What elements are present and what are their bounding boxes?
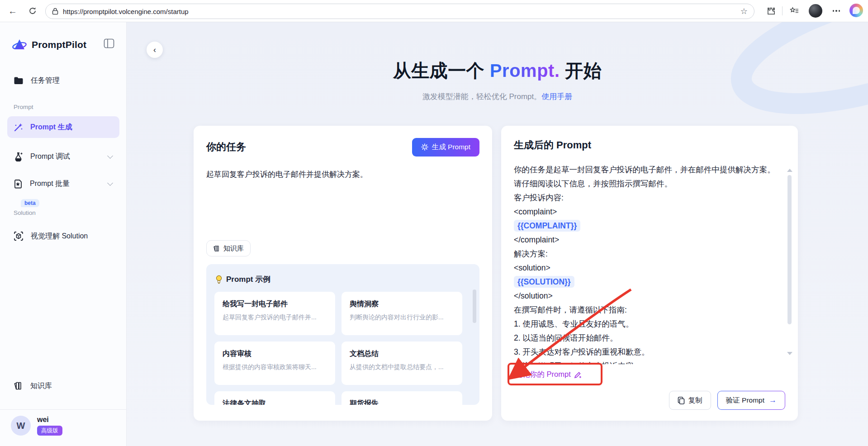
document-star-icon bbox=[14, 179, 23, 189]
favorites-bar-icon[interactable] bbox=[788, 5, 801, 17]
prompt-example-card[interactable]: 法律条文抽取 bbox=[214, 391, 335, 405]
prompt-example-card[interactable]: 内容审核根据提供的内容审核政策将聊天... bbox=[214, 342, 335, 385]
optimize-prompt-link[interactable]: 优化你的 Prompt bbox=[515, 370, 582, 380]
example-description: 根据提供的内容审核政策将聊天... bbox=[223, 363, 327, 371]
sidebar-item-label: Prompt 生成 bbox=[30, 123, 72, 132]
user-profile[interactable]: W wei 高级版 bbox=[11, 416, 62, 436]
prompt-example-card[interactable]: 文档总结从提供的文档中提取总结要点，... bbox=[342, 342, 462, 385]
example-title: 期货报告 bbox=[350, 399, 454, 405]
prompt-examples-panel: Prompt 示例 给我写一封电子邮件起草回复客户投诉的电子邮件并...舆情洞察… bbox=[206, 264, 479, 405]
sidebar-collapse-icon[interactable] bbox=[104, 38, 115, 50]
generated-prompt-card: 生成后的 Prompt 你的任务是起草一封回复客户投诉的电子邮件，并在邮件中提供… bbox=[501, 126, 798, 421]
scrollbar-thumb[interactable] bbox=[787, 175, 792, 324]
prompt-line: 在撰写邮件时，请遵循以下指南: bbox=[514, 303, 773, 317]
example-title: 给我写一封电子邮件 bbox=[223, 299, 327, 309]
main-content: ‹ 从生成一个 Prompt. 开始 激发模型潜能，轻松优化 Prompt。使用… bbox=[127, 22, 868, 446]
section-label-prompt: Prompt bbox=[14, 104, 33, 110]
chevron-down-icon bbox=[107, 153, 113, 159]
flask-icon bbox=[14, 152, 23, 161]
prompt-line: 4. 详细说明已了解的客户投诉内容 bbox=[514, 359, 773, 364]
books-icon bbox=[213, 245, 220, 252]
prompt-line: </solution> bbox=[514, 289, 773, 303]
back-button[interactable]: ‹ bbox=[147, 42, 163, 58]
prompt-line: <solution> bbox=[514, 261, 773, 275]
sidebar-item-task-management[interactable]: 任务管理 bbox=[7, 71, 119, 90]
arrow-right-icon: → bbox=[769, 396, 777, 405]
scroll-up-icon[interactable] bbox=[787, 169, 792, 172]
examples-grid: 给我写一封电子邮件起草回复客户投诉的电子邮件并...舆情洞察判断舆论的内容对出行… bbox=[214, 292, 471, 405]
app-name: PromptPilot bbox=[32, 39, 86, 50]
task-card: 你的任务 生成 Prompt 起草回复客户投诉的电子邮件并提供解决方案。 知识库… bbox=[194, 126, 492, 421]
sidebar-item-prompt-generate[interactable]: Prompt 生成 bbox=[7, 116, 119, 138]
prompt-line: 1. 使用诚恳、专业且友好的语气。 bbox=[514, 317, 773, 331]
validate-prompt-button[interactable]: 验证 Prompt → bbox=[717, 391, 785, 410]
task-input-text[interactable]: 起草回复客户投诉的电子邮件并提供解决方案。 bbox=[206, 169, 368, 180]
example-title: 内容审核 bbox=[223, 349, 327, 359]
knowledge-base-chip[interactable]: 知识库 bbox=[206, 240, 251, 256]
lock-icon bbox=[52, 8, 58, 15]
edit-sparkle-icon bbox=[574, 371, 582, 379]
beta-badge: beta bbox=[21, 199, 39, 207]
page-subtitle: 激发模型潜能，轻松优化 Prompt。使用手册 bbox=[127, 91, 868, 102]
sidebar-item-label: 任务管理 bbox=[31, 76, 60, 85]
example-description: 起草回复客户投诉的电子邮件并... bbox=[223, 313, 327, 322]
promptpilot-logo-icon bbox=[12, 38, 27, 52]
sidebar-item-label: Prompt 调试 bbox=[30, 152, 70, 161]
browser-toolbar: ← https://promptpilot.volcengine.com/sta… bbox=[0, 0, 868, 22]
manual-link[interactable]: 使用手册 bbox=[541, 92, 572, 101]
prompt-line: 3. 开头表达对客户投诉的重视和歉意。 bbox=[514, 345, 773, 359]
toolbar-divider bbox=[782, 6, 783, 15]
favorite-star-icon[interactable]: ☆ bbox=[740, 6, 748, 16]
section-label-solution: Solution bbox=[14, 209, 36, 216]
folder-icon bbox=[14, 76, 24, 85]
prompt-line: {{COMPLAINT}} bbox=[514, 219, 773, 233]
generated-prompt-text[interactable]: 你的任务是起草一封回复客户投诉的电子邮件，并在邮件中提供解决方案。请仔细阅读以下… bbox=[514, 163, 773, 364]
generate-prompt-button[interactable]: 生成 Prompt bbox=[412, 138, 479, 157]
wand-icon bbox=[14, 123, 23, 132]
extensions-icon[interactable] bbox=[764, 5, 777, 17]
title-highlight: Prompt. bbox=[490, 61, 560, 81]
example-title: 舆情洞察 bbox=[350, 299, 454, 309]
sidebar-divider bbox=[0, 409, 126, 410]
plan-badge: 高级版 bbox=[37, 426, 62, 436]
scroll-down-icon[interactable] bbox=[787, 352, 792, 355]
sidebar-item-label: 知识库 bbox=[30, 381, 52, 391]
prompt-line: 2. 以适当的问候语开始邮件。 bbox=[514, 331, 773, 345]
prompt-example-card[interactable]: 期货报告 bbox=[342, 391, 462, 405]
copy-icon bbox=[678, 397, 685, 404]
url-bar[interactable]: https://promptpilot.volcengine.com/start… bbox=[45, 4, 754, 19]
example-title: 文档总结 bbox=[350, 349, 454, 359]
task-card-title: 你的任务 bbox=[206, 140, 246, 154]
sidebar-item-prompt-debug[interactable]: Prompt 调试 bbox=[7, 147, 119, 166]
prompt-line: </complaint> bbox=[514, 233, 773, 247]
sidebar-item-vision-solution[interactable]: 视觉理解 Solution bbox=[7, 227, 119, 246]
sidebar-item-label: Prompt 批量 bbox=[30, 179, 70, 189]
sidebar-item-prompt-batch[interactable]: Prompt 批量 bbox=[7, 174, 119, 193]
prompt-line: 你的任务是起草一封回复客户投诉的电子邮件，并在邮件中提供解决方案。 bbox=[514, 163, 773, 177]
prompt-example-card[interactable]: 给我写一封电子邮件起草回复客户投诉的电子邮件并... bbox=[214, 292, 335, 335]
refresh-icon[interactable] bbox=[26, 5, 39, 17]
browser-profile-avatar[interactable] bbox=[809, 4, 822, 18]
chevron-down-icon bbox=[107, 180, 113, 186]
prompt-line: {{SOLUTION}} bbox=[514, 275, 773, 289]
example-description: 判断舆论的内容对出行行业的影... bbox=[350, 313, 454, 322]
copilot-icon[interactable] bbox=[849, 4, 863, 17]
page-title: 从生成一个 Prompt. 开始 bbox=[127, 58, 868, 83]
sidebar-item-label: 视觉理解 Solution bbox=[31, 232, 88, 241]
browser-menu-icon[interactable] bbox=[830, 5, 843, 17]
user-name: wei bbox=[37, 416, 62, 424]
examples-scrollbar[interactable] bbox=[473, 289, 476, 323]
copy-button[interactable]: 复制 bbox=[669, 391, 711, 410]
back-icon[interactable]: ← bbox=[6, 5, 19, 17]
cube-scan-icon bbox=[14, 231, 24, 241]
example-description: 从提供的文档中提取总结要点，... bbox=[350, 363, 454, 371]
sparkle-icon bbox=[421, 143, 428, 151]
prompt-line: 请仔细阅读以下信息，并按照指示撰写邮件。 bbox=[514, 177, 773, 191]
prompt-example-card[interactable]: 舆情洞察判断舆论的内容对出行行业的影... bbox=[342, 292, 462, 335]
lightbulb-icon bbox=[215, 275, 223, 284]
prompt-line: 解决方案: bbox=[514, 247, 773, 261]
prompt-scrollbar[interactable] bbox=[787, 169, 792, 355]
sidebar-item-knowledge-base[interactable]: 知识库 bbox=[7, 376, 119, 395]
url-text[interactable]: https://promptpilot.volcengine.com/start… bbox=[63, 8, 740, 15]
sidebar: PromptPilot 任务管理 Prompt Prompt 生成 Prompt… bbox=[0, 22, 127, 446]
